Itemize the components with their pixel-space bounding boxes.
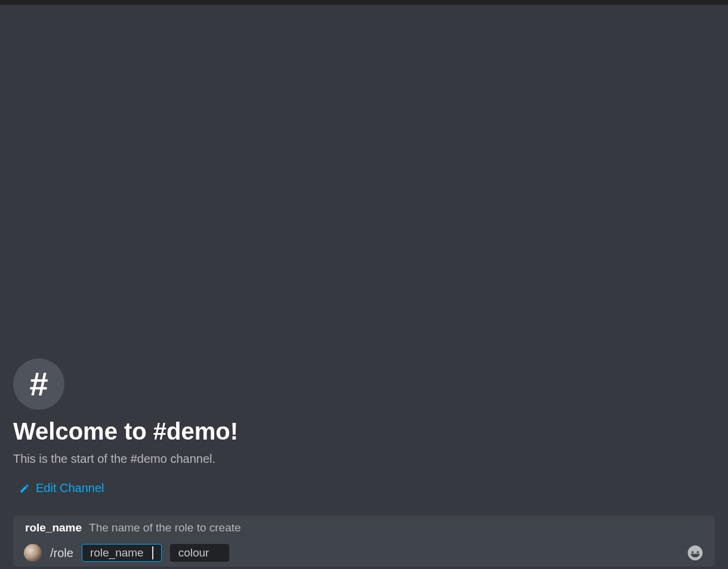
- bot-avatar: [24, 544, 42, 562]
- pencil-icon: [19, 483, 30, 494]
- hint-arg-description: The name of the role to create: [89, 521, 241, 534]
- message-composer: role_name The name of the role to create…: [13, 515, 715, 567]
- hint-arg-name: role_name: [25, 521, 82, 534]
- command-hint-bar: role_name The name of the role to create: [13, 515, 715, 540]
- window-top-strip: [0, 0, 728, 5]
- emoji-picker-button[interactable]: [686, 544, 704, 562]
- arg-label: role_name: [90, 546, 144, 559]
- command-name: /role: [50, 546, 73, 560]
- arg-pill-role-name[interactable]: role_name: [82, 544, 162, 562]
- arg-pill-colour[interactable]: colour: [170, 544, 230, 562]
- channel-main-area: # Welcome to #demo! This is the start of…: [0, 5, 728, 569]
- text-cursor: [152, 546, 153, 559]
- arg-label: colour: [178, 546, 209, 559]
- channel-hash-icon: #: [13, 358, 64, 410]
- edit-channel-button[interactable]: Edit Channel: [13, 479, 110, 497]
- emoji-smile-icon: [686, 553, 704, 564]
- welcome-title: Welcome to #demo!: [13, 418, 715, 445]
- edit-channel-label: Edit Channel: [36, 481, 104, 495]
- hash-symbol: #: [29, 367, 48, 401]
- welcome-subtitle: This is the start of the #demo channel.: [13, 452, 715, 466]
- composer-input-row[interactable]: /role role_name colour: [13, 540, 715, 567]
- channel-welcome-block: # Welcome to #demo! This is the start of…: [13, 358, 715, 497]
